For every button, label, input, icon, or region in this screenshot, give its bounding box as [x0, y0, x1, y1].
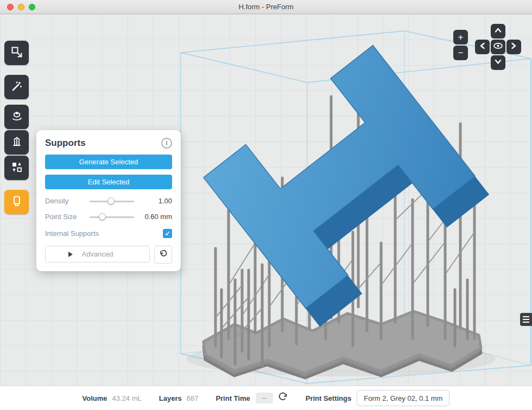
cartridge-icon [10, 195, 23, 210]
orbit-up-button[interactable] [491, 24, 505, 39]
supports-icon [10, 135, 23, 150]
point-size-label: Point Size [45, 213, 85, 221]
titlebar: H.form - PreForm [0, 0, 532, 14]
edit-selected-button[interactable]: Edit Selected [45, 175, 172, 189]
print-button[interactable] [4, 190, 29, 214]
layers-label: Layers [159, 394, 182, 402]
print-settings-button[interactable]: Form 2, Grey 02, 0.1 mm [357, 390, 449, 406]
print-time-group: Print Time -- [216, 392, 288, 405]
density-label: Density [45, 197, 85, 205]
reset-button[interactable] [154, 246, 172, 264]
chevron-right-icon [506, 39, 521, 56]
generate-selected-button[interactable]: Generate Selected [45, 155, 172, 169]
orbit-left-button[interactable] [475, 40, 490, 54]
close-button[interactable] [7, 4, 14, 10]
orbit-down-button[interactable] [491, 55, 505, 70]
tool-button-supports[interactable] [4, 130, 29, 155]
point-size-slider-knob[interactable] [99, 213, 106, 220]
eye-icon [491, 39, 505, 56]
traffic-lights [7, 4, 35, 10]
tool-button-layout[interactable] [4, 156, 29, 180]
chevron-left-icon [475, 39, 490, 56]
internal-supports-label: Internal Supports [45, 229, 99, 238]
volume-group: Volume 43.24 mL [83, 394, 142, 402]
fullscreen-button[interactable] [29, 4, 35, 10]
advanced-button[interactable]: Advanced [45, 246, 150, 262]
zoom-out-button[interactable]: − [453, 46, 468, 60]
scale-icon [10, 46, 23, 61]
magic-wand-icon [10, 80, 23, 95]
zoom-in-button[interactable]: + [453, 30, 468, 44]
print-time-label: Print Time [216, 394, 250, 402]
statusbar: Volume 43.24 mL Layers 687 Print Time --… [0, 386, 532, 410]
layers-group: Layers 687 [159, 394, 199, 402]
orbit-right-button[interactable] [506, 40, 521, 54]
layer-slider-handle[interactable] [520, 313, 532, 326]
layout-icon [10, 161, 23, 176]
layers-value: 687 [187, 394, 199, 402]
print-settings-label: Print Settings [306, 394, 352, 402]
point-size-value: 0.60 mm [138, 213, 172, 221]
volume-label: Volume [83, 394, 107, 402]
tool-button-scale[interactable] [4, 41, 29, 65]
recalculate-button[interactable] [277, 392, 288, 405]
density-slider-knob[interactable] [107, 197, 115, 204]
reset-icon [159, 249, 168, 260]
disclosure-triangle-icon [68, 252, 73, 257]
density-slider[interactable] [90, 197, 134, 205]
density-value: 1.00 [138, 197, 172, 205]
lines-icon [523, 316, 529, 317]
supports-panel-title: Supports [45, 138, 86, 149]
internal-supports-checkbox[interactable]: ✓ [163, 229, 172, 238]
volume-value: 43.24 mL [112, 394, 142, 402]
point-size-slider[interactable] [90, 213, 134, 221]
print-settings-group: Print Settings Form 2, Grey 02, 0.1 mm [306, 390, 450, 406]
info-icon[interactable]: i [161, 138, 172, 149]
window-title: H.form - PreForm [238, 3, 293, 11]
refresh-icon [277, 392, 288, 405]
tool-button-rotate[interactable] [4, 105, 29, 129]
chevron-down-icon [491, 54, 505, 72]
tool-button-orient[interactable] [4, 75, 29, 99]
print-time-value: -- [256, 393, 273, 403]
rotate-icon [10, 110, 23, 125]
supports-panel: Supports i Generate Selected Edit Select… [36, 130, 181, 271]
chevron-up-icon [491, 23, 505, 40]
view-home-button[interactable] [491, 40, 505, 54]
minimize-button[interactable] [18, 4, 24, 10]
